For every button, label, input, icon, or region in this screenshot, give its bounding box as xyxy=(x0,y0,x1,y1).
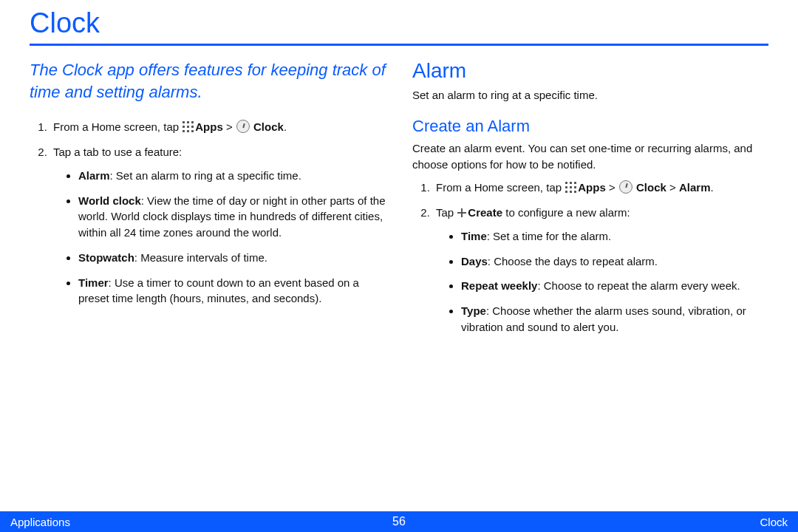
apps-icon xyxy=(183,121,194,133)
step-text: Tap a tab to use a feature: xyxy=(53,146,182,158)
footer-page-number: 56 xyxy=(392,515,406,528)
footer-left: Applications xyxy=(10,516,70,528)
alarm-nav-label: Alarm xyxy=(679,181,711,194)
right-step-2: Tap Create to configure a new alarm: Tim… xyxy=(433,205,768,335)
list-item: Stopwatch: Measure intervals of time. xyxy=(78,250,386,266)
left-step2-bullets: Alarm: Set an alarm to ring at a specifi… xyxy=(53,168,386,307)
list-item: Time: Set a time for the alarm. xyxy=(461,228,768,245)
clock-icon xyxy=(236,120,250,133)
alarm-intro: Set an alarm to ring at a specific time. xyxy=(412,87,768,103)
alarm-text: : Set an alarm to ring at a specific tim… xyxy=(110,169,301,182)
period: . xyxy=(711,181,714,194)
repeat-label: Repeat weekly xyxy=(461,279,537,292)
clock-icon xyxy=(619,180,632,194)
days-text: : Choose the days to repeat alarm. xyxy=(488,255,658,267)
alarm-label: Alarm xyxy=(78,169,110,182)
list-item: Timer: Use a timer to count down to an e… xyxy=(78,275,386,307)
gt: > xyxy=(223,120,236,133)
list-item: Repeat weekly: Choose to repeat the alar… xyxy=(461,278,768,294)
step-text-post: to configure a new alarm: xyxy=(502,206,630,219)
type-text: : Choose whether the alarm uses sound, v… xyxy=(461,304,746,333)
apps-label: Apps xyxy=(195,120,223,133)
left-step-2: Tap a tab to use a feature: Alarm: Set a… xyxy=(50,144,386,307)
days-label: Days xyxy=(461,255,488,267)
step-text: From a Home screen, tap xyxy=(436,181,565,194)
type-label: Type xyxy=(461,304,486,317)
list-item: Alarm: Set an alarm to ring at a specifi… xyxy=(78,168,386,184)
left-steps: From a Home screen, tap Apps > Clock. Ta… xyxy=(30,119,386,307)
time-text: : Set a time for the alarm. xyxy=(487,230,611,242)
alarm-heading: Alarm xyxy=(412,59,768,83)
plus-icon xyxy=(457,208,467,218)
create-label: Create xyxy=(468,206,502,219)
repeat-text: : Choose to repeat the alarm every week. xyxy=(537,279,740,292)
clock-label: Clock xyxy=(253,120,284,133)
timer-text: : Use a timer to count down to an event … xyxy=(78,276,359,305)
apps-icon xyxy=(565,182,577,194)
gt: > xyxy=(606,181,618,194)
apps-label: Apps xyxy=(578,181,606,194)
world-label: World clock xyxy=(78,194,141,207)
clock-label: Clock xyxy=(636,181,666,194)
stopwatch-text: : Measure intervals of time. xyxy=(134,251,267,264)
period: . xyxy=(284,120,287,133)
create-alarm-heading: Create an Alarm xyxy=(412,117,768,136)
right-steps: From a Home screen, tap Apps > Clock > A… xyxy=(412,180,768,335)
intro-text: The Clock app offers features for keepin… xyxy=(30,59,386,103)
right-column: Alarm Set an alarm to ring at a specific… xyxy=(412,59,768,344)
list-item: World clock: View the time of day or nig… xyxy=(78,193,386,241)
time-label: Time xyxy=(461,230,487,242)
page-title: Clock xyxy=(30,0,768,44)
right-step2-bullets: Time: Set a time for the alarm. Days: Ch… xyxy=(436,228,768,335)
title-rule xyxy=(30,44,768,46)
right-step-1: From a Home screen, tap Apps > Clock > A… xyxy=(433,180,768,196)
step-text: From a Home screen, tap xyxy=(53,120,182,133)
list-item: Days: Choose the days to repeat alarm. xyxy=(461,253,768,270)
timer-label: Timer xyxy=(78,276,109,289)
footer-right: Clock xyxy=(760,516,788,528)
page-footer: Applications 56 Clock xyxy=(0,511,798,532)
create-alarm-intro: Create an alarm event. You can set one-t… xyxy=(412,140,768,173)
step-text: Tap xyxy=(436,206,457,219)
list-item: Type: Choose whether the alarm uses soun… xyxy=(461,303,768,335)
left-column: The Clock app offers features for keepin… xyxy=(30,59,386,344)
left-step-1: From a Home screen, tap Apps > Clock. xyxy=(50,119,386,135)
gt: > xyxy=(666,181,679,194)
stopwatch-label: Stopwatch xyxy=(78,251,134,264)
